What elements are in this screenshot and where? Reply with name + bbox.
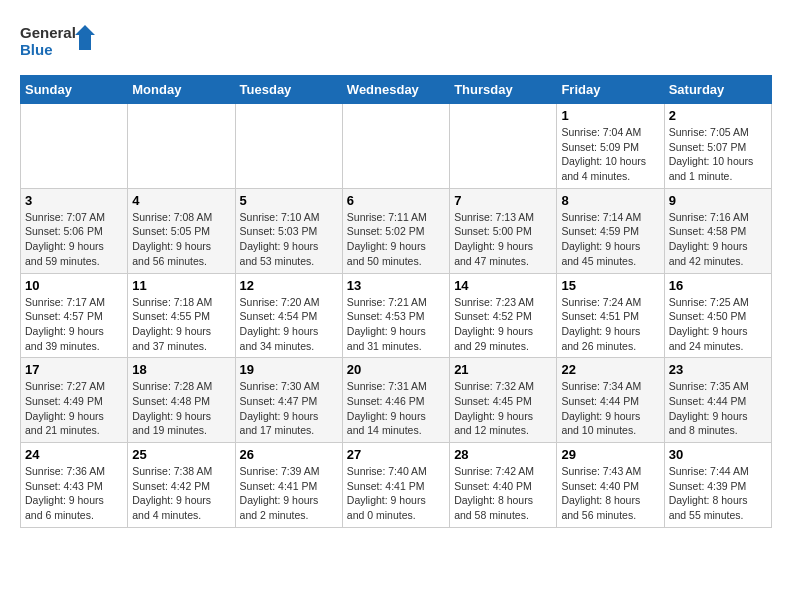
- calendar-header-wednesday: Wednesday: [342, 76, 449, 104]
- day-number: 4: [132, 193, 230, 208]
- day-number: 25: [132, 447, 230, 462]
- calendar-cell: 2Sunrise: 7:05 AM Sunset: 5:07 PM Daylig…: [664, 104, 771, 189]
- day-number: 6: [347, 193, 445, 208]
- svg-text:General: General: [20, 24, 76, 41]
- calendar-cell: 22Sunrise: 7:34 AM Sunset: 4:44 PM Dayli…: [557, 358, 664, 443]
- day-number: 30: [669, 447, 767, 462]
- calendar-header-saturday: Saturday: [664, 76, 771, 104]
- day-number: 19: [240, 362, 338, 377]
- calendar-cell: 17Sunrise: 7:27 AM Sunset: 4:49 PM Dayli…: [21, 358, 128, 443]
- calendar-cell: 29Sunrise: 7:43 AM Sunset: 4:40 PM Dayli…: [557, 443, 664, 528]
- day-number: 15: [561, 278, 659, 293]
- day-info: Sunrise: 7:10 AM Sunset: 5:03 PM Dayligh…: [240, 210, 338, 269]
- day-info: Sunrise: 7:31 AM Sunset: 4:46 PM Dayligh…: [347, 379, 445, 438]
- day-info: Sunrise: 7:11 AM Sunset: 5:02 PM Dayligh…: [347, 210, 445, 269]
- calendar-cell: 9Sunrise: 7:16 AM Sunset: 4:58 PM Daylig…: [664, 188, 771, 273]
- calendar-cell: [128, 104, 235, 189]
- day-number: 20: [347, 362, 445, 377]
- calendar-cell: 30Sunrise: 7:44 AM Sunset: 4:39 PM Dayli…: [664, 443, 771, 528]
- day-info: Sunrise: 7:36 AM Sunset: 4:43 PM Dayligh…: [25, 464, 123, 523]
- day-info: Sunrise: 7:14 AM Sunset: 4:59 PM Dayligh…: [561, 210, 659, 269]
- calendar-week-1: 3Sunrise: 7:07 AM Sunset: 5:06 PM Daylig…: [21, 188, 772, 273]
- day-number: 27: [347, 447, 445, 462]
- day-info: Sunrise: 7:35 AM Sunset: 4:44 PM Dayligh…: [669, 379, 767, 438]
- day-info: Sunrise: 7:08 AM Sunset: 5:05 PM Dayligh…: [132, 210, 230, 269]
- calendar-cell: 12Sunrise: 7:20 AM Sunset: 4:54 PM Dayli…: [235, 273, 342, 358]
- day-number: 28: [454, 447, 552, 462]
- day-info: Sunrise: 7:13 AM Sunset: 5:00 PM Dayligh…: [454, 210, 552, 269]
- calendar-cell: 15Sunrise: 7:24 AM Sunset: 4:51 PM Dayli…: [557, 273, 664, 358]
- day-info: Sunrise: 7:38 AM Sunset: 4:42 PM Dayligh…: [132, 464, 230, 523]
- day-number: 8: [561, 193, 659, 208]
- day-number: 17: [25, 362, 123, 377]
- calendar-week-4: 24Sunrise: 7:36 AM Sunset: 4:43 PM Dayli…: [21, 443, 772, 528]
- day-info: Sunrise: 7:16 AM Sunset: 4:58 PM Dayligh…: [669, 210, 767, 269]
- header: General Blue: [20, 20, 772, 65]
- calendar-week-0: 1Sunrise: 7:04 AM Sunset: 5:09 PM Daylig…: [21, 104, 772, 189]
- calendar-header-row: SundayMondayTuesdayWednesdayThursdayFrid…: [21, 76, 772, 104]
- day-number: 26: [240, 447, 338, 462]
- day-info: Sunrise: 7:24 AM Sunset: 4:51 PM Dayligh…: [561, 295, 659, 354]
- calendar-cell: 26Sunrise: 7:39 AM Sunset: 4:41 PM Dayli…: [235, 443, 342, 528]
- day-number: 3: [25, 193, 123, 208]
- day-info: Sunrise: 7:40 AM Sunset: 4:41 PM Dayligh…: [347, 464, 445, 523]
- calendar-cell: 7Sunrise: 7:13 AM Sunset: 5:00 PM Daylig…: [450, 188, 557, 273]
- day-number: 10: [25, 278, 123, 293]
- svg-text:Blue: Blue: [20, 41, 53, 58]
- calendar-cell: 1Sunrise: 7:04 AM Sunset: 5:09 PM Daylig…: [557, 104, 664, 189]
- day-number: 16: [669, 278, 767, 293]
- calendar-cell: 11Sunrise: 7:18 AM Sunset: 4:55 PM Dayli…: [128, 273, 235, 358]
- day-number: 5: [240, 193, 338, 208]
- day-info: Sunrise: 7:23 AM Sunset: 4:52 PM Dayligh…: [454, 295, 552, 354]
- calendar-cell: [450, 104, 557, 189]
- calendar-cell: 16Sunrise: 7:25 AM Sunset: 4:50 PM Dayli…: [664, 273, 771, 358]
- calendar-header-friday: Friday: [557, 76, 664, 104]
- calendar-cell: 23Sunrise: 7:35 AM Sunset: 4:44 PM Dayli…: [664, 358, 771, 443]
- calendar-cell: 14Sunrise: 7:23 AM Sunset: 4:52 PM Dayli…: [450, 273, 557, 358]
- day-number: 11: [132, 278, 230, 293]
- day-number: 13: [347, 278, 445, 293]
- calendar-header-sunday: Sunday: [21, 76, 128, 104]
- calendar-cell: 5Sunrise: 7:10 AM Sunset: 5:03 PM Daylig…: [235, 188, 342, 273]
- calendar-cell: 21Sunrise: 7:32 AM Sunset: 4:45 PM Dayli…: [450, 358, 557, 443]
- calendar-cell: 24Sunrise: 7:36 AM Sunset: 4:43 PM Dayli…: [21, 443, 128, 528]
- calendar-header-monday: Monday: [128, 76, 235, 104]
- day-number: 2: [669, 108, 767, 123]
- day-number: 9: [669, 193, 767, 208]
- day-info: Sunrise: 7:27 AM Sunset: 4:49 PM Dayligh…: [25, 379, 123, 438]
- calendar-cell: [235, 104, 342, 189]
- day-info: Sunrise: 7:20 AM Sunset: 4:54 PM Dayligh…: [240, 295, 338, 354]
- calendar-cell: 6Sunrise: 7:11 AM Sunset: 5:02 PM Daylig…: [342, 188, 449, 273]
- calendar-cell: 4Sunrise: 7:08 AM Sunset: 5:05 PM Daylig…: [128, 188, 235, 273]
- calendar-header-thursday: Thursday: [450, 76, 557, 104]
- svg-marker-2: [75, 25, 95, 50]
- logo: General Blue: [20, 20, 100, 65]
- calendar-week-3: 17Sunrise: 7:27 AM Sunset: 4:49 PM Dayli…: [21, 358, 772, 443]
- day-info: Sunrise: 7:18 AM Sunset: 4:55 PM Dayligh…: [132, 295, 230, 354]
- day-info: Sunrise: 7:04 AM Sunset: 5:09 PM Dayligh…: [561, 125, 659, 184]
- day-info: Sunrise: 7:32 AM Sunset: 4:45 PM Dayligh…: [454, 379, 552, 438]
- calendar-cell: 27Sunrise: 7:40 AM Sunset: 4:41 PM Dayli…: [342, 443, 449, 528]
- day-number: 18: [132, 362, 230, 377]
- day-info: Sunrise: 7:17 AM Sunset: 4:57 PM Dayligh…: [25, 295, 123, 354]
- day-number: 22: [561, 362, 659, 377]
- calendar-cell: 3Sunrise: 7:07 AM Sunset: 5:06 PM Daylig…: [21, 188, 128, 273]
- day-number: 23: [669, 362, 767, 377]
- day-number: 29: [561, 447, 659, 462]
- day-info: Sunrise: 7:44 AM Sunset: 4:39 PM Dayligh…: [669, 464, 767, 523]
- calendar-cell: 8Sunrise: 7:14 AM Sunset: 4:59 PM Daylig…: [557, 188, 664, 273]
- calendar-table: SundayMondayTuesdayWednesdayThursdayFrid…: [20, 75, 772, 528]
- calendar-cell: 28Sunrise: 7:42 AM Sunset: 4:40 PM Dayli…: [450, 443, 557, 528]
- calendar-cell: 19Sunrise: 7:30 AM Sunset: 4:47 PM Dayli…: [235, 358, 342, 443]
- day-number: 12: [240, 278, 338, 293]
- day-info: Sunrise: 7:28 AM Sunset: 4:48 PM Dayligh…: [132, 379, 230, 438]
- calendar-cell: 13Sunrise: 7:21 AM Sunset: 4:53 PM Dayli…: [342, 273, 449, 358]
- calendar-cell: 25Sunrise: 7:38 AM Sunset: 4:42 PM Dayli…: [128, 443, 235, 528]
- day-number: 1: [561, 108, 659, 123]
- calendar-cell: 18Sunrise: 7:28 AM Sunset: 4:48 PM Dayli…: [128, 358, 235, 443]
- calendar-cell: 10Sunrise: 7:17 AM Sunset: 4:57 PM Dayli…: [21, 273, 128, 358]
- day-info: Sunrise: 7:25 AM Sunset: 4:50 PM Dayligh…: [669, 295, 767, 354]
- day-number: 21: [454, 362, 552, 377]
- day-info: Sunrise: 7:34 AM Sunset: 4:44 PM Dayligh…: [561, 379, 659, 438]
- day-info: Sunrise: 7:43 AM Sunset: 4:40 PM Dayligh…: [561, 464, 659, 523]
